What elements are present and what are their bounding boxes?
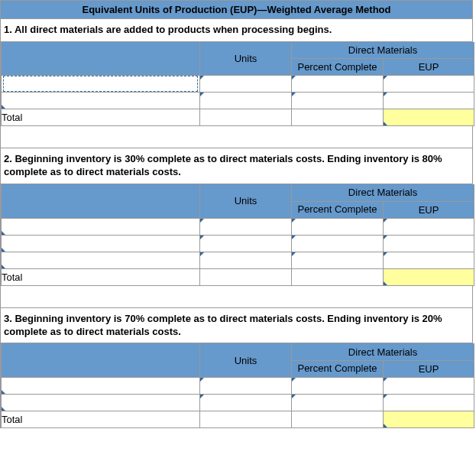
header-eup: EUP: [384, 360, 474, 377]
units-input[interactable]: [200, 93, 292, 109]
total-units[interactable]: [200, 109, 292, 126]
units-input[interactable]: [200, 394, 292, 411]
pct-input[interactable]: [292, 394, 384, 411]
eup-input[interactable]: [384, 377, 474, 394]
total-pct-blank: [292, 411, 384, 427]
eup-input[interactable]: [384, 394, 474, 411]
desc-input[interactable]: [2, 218, 200, 235]
header-direct-materials: Direct Materials: [292, 343, 474, 360]
header-percent-complete: Percent Complete: [292, 59, 384, 76]
eup-input[interactable]: [384, 252, 474, 268]
header-units: Units: [200, 184, 292, 218]
total-label: Total: [2, 109, 200, 126]
total-units[interactable]: [200, 411, 292, 427]
header-direct-materials: Direct Materials: [292, 42, 474, 59]
total-label: Total: [2, 411, 200, 427]
desc-input[interactable]: [2, 394, 200, 411]
desc-input[interactable]: [2, 377, 200, 394]
units-input[interactable]: [200, 218, 292, 235]
header-blank: [2, 343, 200, 377]
desc-input[interactable]: [2, 235, 200, 252]
section-spacer: [1, 126, 472, 148]
units-input[interactable]: [200, 235, 292, 252]
pct-input[interactable]: [292, 377, 384, 394]
eup-input[interactable]: [384, 218, 474, 235]
units-input[interactable]: [200, 252, 292, 268]
total-eup[interactable]: [384, 411, 474, 427]
header-direct-materials: Direct Materials: [292, 184, 474, 201]
dropdown-selection-box: [3, 76, 198, 92]
eup-input[interactable]: [384, 93, 474, 109]
units-input[interactable]: [200, 76, 292, 93]
total-eup[interactable]: [384, 109, 474, 126]
header-units: Units: [200, 42, 292, 76]
section-3-instruction: 3. Beginning inventory is 70% complete a…: [1, 308, 472, 344]
header-blank: [2, 42, 200, 76]
pct-input[interactable]: [292, 218, 384, 235]
total-label: Total: [2, 268, 200, 285]
header-eup: EUP: [384, 59, 474, 76]
desc-dropdown-cell[interactable]: [2, 76, 200, 93]
worksheet: Equivalent Units of Production (EUP)—Wei…: [0, 0, 473, 428]
eup-input[interactable]: [384, 76, 474, 93]
pct-input[interactable]: [292, 93, 384, 109]
pct-input[interactable]: [292, 76, 384, 93]
total-pct-blank: [292, 109, 384, 126]
eup-input[interactable]: [384, 235, 474, 252]
desc-input[interactable]: [2, 252, 200, 268]
section-1-table: Units Direct Materials Percent Complete …: [1, 42, 474, 127]
header-blank: [2, 184, 200, 218]
header-units: Units: [200, 343, 292, 377]
section-2-table: Units Direct Materials Percent Complete …: [1, 184, 474, 286]
section-1-instruction: 1. All direct materials are added to pro…: [1, 19, 472, 42]
total-units[interactable]: [200, 268, 292, 285]
pct-input[interactable]: [292, 252, 384, 268]
section-spacer: [1, 286, 472, 308]
header-percent-complete: Percent Complete: [292, 201, 384, 218]
sheet-title: Equivalent Units of Production (EUP)—Wei…: [1, 1, 472, 19]
desc-input[interactable]: [2, 93, 200, 109]
section-3-table: Units Direct Materials Percent Complete …: [1, 343, 474, 428]
total-eup[interactable]: [384, 268, 474, 285]
units-input[interactable]: [200, 377, 292, 394]
pct-input[interactable]: [292, 235, 384, 252]
total-pct-blank: [292, 268, 384, 285]
header-percent-complete: Percent Complete: [292, 360, 384, 377]
header-eup: EUP: [384, 201, 474, 218]
section-2-instruction: 2. Beginning inventory is 30% complete a…: [1, 148, 472, 184]
